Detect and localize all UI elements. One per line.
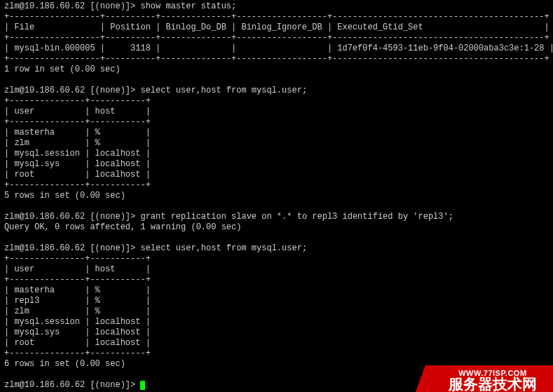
prompt: zlm@10.186.60.62 [(none)]> — [4, 1, 140, 11]
cursor-icon — [140, 381, 145, 390]
command-text: select user,host from mysql.user; — [140, 86, 307, 95]
table-border: +---------------+-----------+ — [4, 349, 549, 359]
prompt: zlm@10.186.60.62 [(none)]> — [4, 380, 140, 390]
prompt: zlm@10.186.60.62 [(none)]> — [4, 243, 140, 253]
table-row: | mysql.session | localhost | — [4, 317, 549, 327]
table-row: | masterha | % | — [4, 285, 549, 296]
table-row: | mysql.sys | localhost | — [4, 327, 549, 338]
table-header: | File | Position | Binlog_Do_DB | Binlo… — [4, 22, 549, 33]
command-text: grant replication slave on *.* to repl3 … — [140, 212, 453, 222]
blank-line — [4, 75, 549, 86]
table-border: +---------------+-----------+ — [4, 96, 549, 107]
table-header: | user | host | — [4, 264, 549, 275]
table-row: | root | localhost | — [4, 170, 549, 180]
result-footer: 1 row in set (0.00 sec) — [4, 65, 549, 75]
command-line-3: zlm@10.186.60.62 [(none)]> grant replica… — [4, 212, 549, 222]
table-header: | user | host | — [4, 107, 549, 117]
command-line-1: zlm@10.186.60.62 [(none)]> show master s… — [4, 1, 549, 12]
command-line-4: zlm@10.186.60.62 [(none)]> select user,h… — [4, 243, 549, 254]
prompt: zlm@10.186.60.62 [(none)]> — [4, 86, 140, 95]
table-row: | mysql.sys | localhost | — [4, 159, 549, 170]
blank-line — [4, 201, 549, 212]
table-border: +---------------+-----------+ — [4, 180, 549, 191]
table-row: | mysql.session | localhost | — [4, 149, 549, 159]
command-text: show master status; — [140, 1, 236, 11]
table-row: | mysql-bin.000005 | 3118 | | | 1d7ef0f4… — [4, 43, 549, 54]
table-border: +------------------+----------+---------… — [4, 33, 549, 43]
command-text: select user,host from mysql.user; — [140, 243, 307, 253]
table-row: | root | localhost | — [4, 338, 549, 349]
table-border: +------------------+----------+---------… — [4, 12, 549, 22]
watermark-title: 服务器技术网 — [449, 379, 537, 389]
terminal-output: zlm@10.186.60.62 [(none)]> show master s… — [4, 1, 549, 391]
table-row: | zlm | % | — [4, 306, 549, 317]
table-border: +---------------+-----------+ — [4, 254, 549, 264]
watermark-banner: WWW.77ISP.COM 服务器技术网 — [416, 365, 553, 392]
prompt: zlm@10.186.60.62 [(none)]> — [4, 212, 140, 222]
result-footer: 5 rows in set (0.00 sec) — [4, 191, 549, 201]
table-row: | repl3 | % | — [4, 296, 549, 306]
table-border: +---------------+-----------+ — [4, 117, 549, 128]
command-line-2: zlm@10.186.60.62 [(none)]> select user,h… — [4, 86, 549, 96]
table-border: +------------------+----------+---------… — [4, 54, 549, 65]
result-text: Query OK, 0 rows affected, 1 warning (0.… — [4, 222, 549, 233]
table-row: | masterha | % | — [4, 128, 549, 138]
blank-line — [4, 233, 549, 243]
table-row: | zlm | % | — [4, 138, 549, 149]
table-border: +---------------+-----------+ — [4, 275, 549, 285]
